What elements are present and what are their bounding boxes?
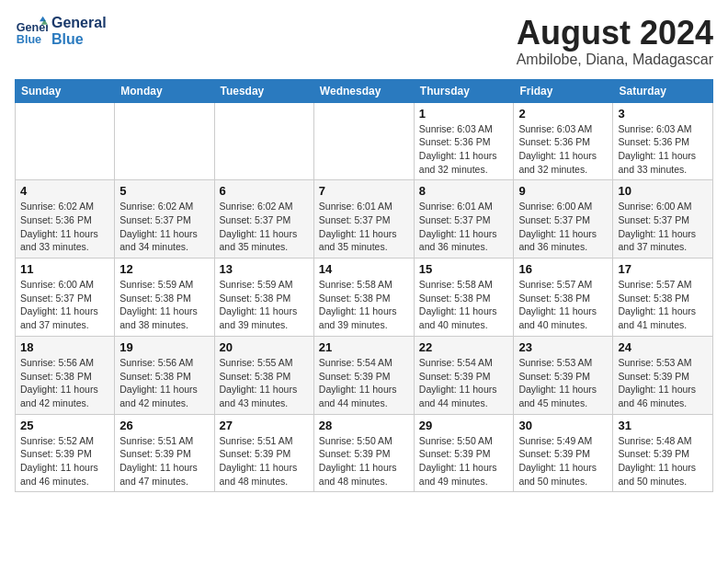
day-info: Sunrise: 6:01 AM Sunset: 5:37 PM Dayligh… (419, 200, 509, 254)
day-number: 19 (119, 340, 209, 354)
day-info: Sunrise: 6:02 AM Sunset: 5:37 PM Dayligh… (220, 200, 309, 254)
calendar-week-row: 4Sunrise: 6:02 AM Sunset: 5:36 PM Daylig… (16, 180, 713, 259)
day-number: 24 (618, 340, 708, 354)
day-number: 28 (319, 419, 409, 432)
day-number: 30 (518, 419, 608, 432)
weekday-header: Sunday (16, 79, 115, 102)
day-number: 6 (220, 184, 309, 198)
calendar-cell: 2Sunrise: 6:03 AM Sunset: 5:36 PM Daylig… (514, 102, 613, 180)
calendar-cell (313, 102, 414, 180)
calendar-cell (214, 102, 313, 180)
day-info: Sunrise: 5:55 AM Sunset: 5:38 PM Dayligh… (220, 356, 309, 410)
calendar-week-row: 11Sunrise: 6:00 AM Sunset: 5:37 PM Dayli… (16, 259, 713, 337)
title-block: August 2024 Ambilobe, Diana, Madagascar (517, 15, 713, 68)
calendar-header-row: SundayMondayTuesdayWednesdayThursdayFrid… (16, 79, 713, 102)
calendar-cell: 8Sunrise: 6:01 AM Sunset: 5:37 PM Daylig… (414, 180, 514, 259)
day-info: Sunrise: 5:59 AM Sunset: 5:38 PM Dayligh… (119, 278, 209, 332)
calendar-cell: 10Sunrise: 6:00 AM Sunset: 5:37 PM Dayli… (613, 180, 713, 259)
calendar-cell: 7Sunrise: 6:01 AM Sunset: 5:37 PM Daylig… (313, 180, 414, 259)
day-info: Sunrise: 5:49 AM Sunset: 5:39 PM Dayligh… (518, 434, 608, 488)
calendar-cell: 9Sunrise: 6:00 AM Sunset: 5:37 PM Daylig… (514, 180, 613, 259)
day-number: 21 (319, 340, 409, 354)
day-info: Sunrise: 5:50 AM Sunset: 5:39 PM Dayligh… (419, 434, 509, 488)
day-number: 25 (20, 419, 109, 432)
calendar-cell: 27Sunrise: 5:51 AM Sunset: 5:39 PM Dayli… (214, 414, 313, 492)
day-number: 17 (618, 262, 708, 276)
day-number: 26 (119, 419, 209, 432)
weekday-header: Wednesday (313, 79, 414, 102)
day-info: Sunrise: 6:00 AM Sunset: 5:37 PM Dayligh… (618, 200, 708, 254)
day-info: Sunrise: 6:02 AM Sunset: 5:37 PM Dayligh… (119, 200, 209, 254)
day-number: 1 (419, 107, 509, 121)
calendar-cell: 1Sunrise: 6:03 AM Sunset: 5:36 PM Daylig… (414, 102, 514, 180)
calendar-cell: 28Sunrise: 5:50 AM Sunset: 5:39 PM Dayli… (313, 414, 414, 492)
calendar-cell (115, 102, 214, 180)
weekday-header: Saturday (613, 79, 713, 102)
day-number: 8 (419, 184, 509, 198)
day-info: Sunrise: 6:01 AM Sunset: 5:37 PM Dayligh… (319, 200, 409, 254)
calendar-week-row: 25Sunrise: 5:52 AM Sunset: 5:39 PM Dayli… (16, 414, 713, 492)
day-number: 23 (518, 340, 608, 354)
day-info: Sunrise: 6:02 AM Sunset: 5:36 PM Dayligh… (20, 200, 109, 254)
day-info: Sunrise: 5:57 AM Sunset: 5:38 PM Dayligh… (518, 278, 608, 332)
calendar-cell: 3Sunrise: 6:03 AM Sunset: 5:36 PM Daylig… (613, 102, 713, 180)
weekday-header: Tuesday (214, 79, 313, 102)
day-info: Sunrise: 5:59 AM Sunset: 5:38 PM Dayligh… (220, 278, 309, 332)
day-number: 5 (119, 184, 209, 198)
day-info: Sunrise: 5:51 AM Sunset: 5:39 PM Dayligh… (119, 434, 209, 488)
day-number: 4 (20, 184, 109, 198)
logo: General Blue General Blue (15, 15, 107, 48)
calendar-table: SundayMondayTuesdayWednesdayThursdayFrid… (15, 79, 713, 493)
day-number: 18 (20, 340, 109, 354)
day-info: Sunrise: 5:58 AM Sunset: 5:38 PM Dayligh… (419, 278, 509, 332)
day-info: Sunrise: 5:52 AM Sunset: 5:39 PM Dayligh… (20, 434, 109, 488)
day-info: Sunrise: 6:00 AM Sunset: 5:37 PM Dayligh… (20, 278, 109, 332)
day-info: Sunrise: 5:58 AM Sunset: 5:38 PM Dayligh… (319, 278, 409, 332)
logo-general: General (51, 15, 107, 31)
calendar-week-row: 1Sunrise: 6:03 AM Sunset: 5:36 PM Daylig… (16, 102, 713, 180)
calendar-week-row: 18Sunrise: 5:56 AM Sunset: 5:38 PM Dayli… (16, 336, 713, 414)
day-info: Sunrise: 5:56 AM Sunset: 5:38 PM Dayligh… (20, 356, 109, 410)
calendar-cell: 30Sunrise: 5:49 AM Sunset: 5:39 PM Dayli… (514, 414, 613, 492)
day-number: 31 (618, 419, 708, 432)
day-info: Sunrise: 5:51 AM Sunset: 5:39 PM Dayligh… (220, 434, 309, 488)
calendar-cell: 14Sunrise: 5:58 AM Sunset: 5:38 PM Dayli… (313, 259, 414, 337)
day-info: Sunrise: 6:03 AM Sunset: 5:36 PM Dayligh… (618, 122, 708, 177)
day-number: 2 (518, 107, 608, 121)
calendar-cell: 31Sunrise: 5:48 AM Sunset: 5:39 PM Dayli… (613, 414, 713, 492)
day-info: Sunrise: 5:54 AM Sunset: 5:39 PM Dayligh… (319, 356, 409, 410)
weekday-header: Friday (514, 79, 613, 102)
day-number: 3 (618, 107, 708, 121)
calendar-cell: 5Sunrise: 6:02 AM Sunset: 5:37 PM Daylig… (115, 180, 214, 259)
calendar-cell: 26Sunrise: 5:51 AM Sunset: 5:39 PM Dayli… (115, 414, 214, 492)
logo-blue: Blue (51, 31, 107, 48)
location: Ambilobe, Diana, Madagascar (517, 52, 713, 68)
day-number: 9 (518, 184, 608, 198)
calendar-cell: 24Sunrise: 5:53 AM Sunset: 5:39 PM Dayli… (613, 336, 713, 414)
svg-marker-2 (40, 17, 46, 21)
page-header: General Blue General Blue August 2024 Am… (15, 15, 713, 68)
day-number: 15 (419, 262, 509, 276)
calendar-cell: 4Sunrise: 6:02 AM Sunset: 5:36 PM Daylig… (16, 180, 115, 259)
calendar-cell: 13Sunrise: 5:59 AM Sunset: 5:38 PM Dayli… (214, 259, 313, 337)
calendar-cell: 18Sunrise: 5:56 AM Sunset: 5:38 PM Dayli… (16, 336, 115, 414)
day-number: 22 (419, 340, 509, 354)
day-info: Sunrise: 6:03 AM Sunset: 5:36 PM Dayligh… (419, 122, 509, 177)
calendar-cell: 29Sunrise: 5:50 AM Sunset: 5:39 PM Dayli… (414, 414, 514, 492)
day-info: Sunrise: 5:48 AM Sunset: 5:39 PM Dayligh… (618, 434, 708, 488)
day-info: Sunrise: 6:03 AM Sunset: 5:36 PM Dayligh… (518, 122, 608, 177)
logo-icon: General Blue (15, 15, 48, 48)
calendar-cell: 17Sunrise: 5:57 AM Sunset: 5:38 PM Dayli… (613, 259, 713, 337)
month-year: August 2024 (517, 15, 713, 52)
day-info: Sunrise: 5:53 AM Sunset: 5:39 PM Dayligh… (518, 356, 608, 410)
day-info: Sunrise: 6:00 AM Sunset: 5:37 PM Dayligh… (518, 200, 608, 254)
day-number: 27 (220, 419, 309, 432)
day-info: Sunrise: 5:56 AM Sunset: 5:38 PM Dayligh… (119, 356, 209, 410)
calendar-cell: 20Sunrise: 5:55 AM Sunset: 5:38 PM Dayli… (214, 336, 313, 414)
day-number: 13 (220, 262, 309, 276)
day-number: 14 (319, 262, 409, 276)
day-info: Sunrise: 5:50 AM Sunset: 5:39 PM Dayligh… (319, 434, 409, 488)
calendar-cell: 21Sunrise: 5:54 AM Sunset: 5:39 PM Dayli… (313, 336, 414, 414)
day-number: 11 (20, 262, 109, 276)
day-info: Sunrise: 5:54 AM Sunset: 5:39 PM Dayligh… (419, 356, 509, 410)
